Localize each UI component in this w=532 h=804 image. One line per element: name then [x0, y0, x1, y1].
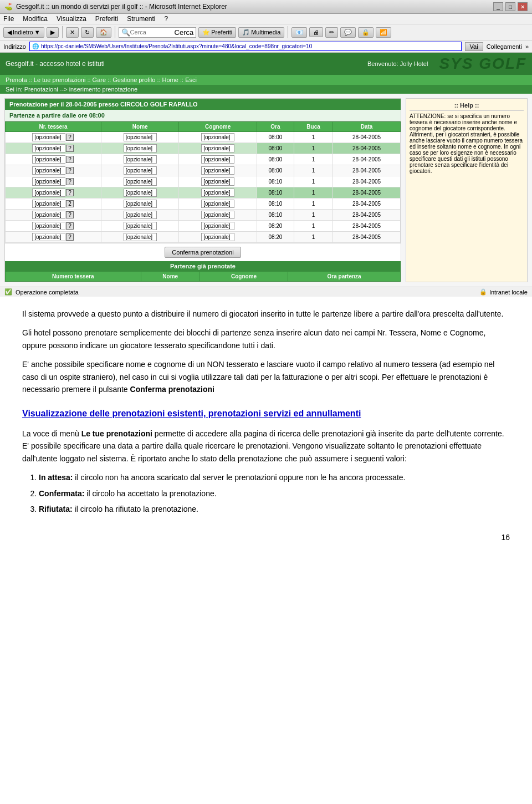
cognome-input[interactable]: [201, 233, 234, 241]
menu-visualizza[interactable]: Visualizza: [57, 15, 86, 23]
cognome-cell[interactable]: [179, 199, 257, 210]
search-box[interactable]: 🔍 Cerca: [119, 27, 197, 38]
menu-help[interactable]: ?: [165, 15, 168, 23]
menu-file[interactable]: File: [3, 15, 14, 23]
collegamenti-button[interactable]: Collegamenti: [487, 43, 522, 50]
tessera-input[interactable]: [32, 155, 65, 164]
cognome-cell[interactable]: [179, 221, 257, 232]
nav-esci[interactable]: Esci: [185, 77, 197, 83]
cognome-input[interactable]: [201, 222, 234, 230]
cognome-cell[interactable]: [179, 143, 257, 154]
tessera-input[interactable]: [32, 177, 65, 186]
cognome-input[interactable]: [201, 166, 234, 175]
home-button[interactable]: 🏠: [96, 27, 111, 38]
maximize-btn[interactable]: □: [505, 2, 515, 11]
tessera-cell[interactable]: 2: [6, 199, 101, 210]
tessera-qmark-btn[interactable]: 2: [66, 200, 74, 207]
address-input-container[interactable]: 🌐 https://pc-daniele/SM5Web/Users/Instit…: [29, 42, 462, 51]
ie-btn-1[interactable]: 📧: [291, 27, 307, 38]
close-btn[interactable]: ✕: [518, 2, 528, 11]
ie-btn-2[interactable]: 🖨: [309, 27, 323, 37]
tessera-cell[interactable]: ?: [6, 132, 101, 143]
nome-input[interactable]: [124, 155, 157, 164]
nome-input[interactable]: [124, 233, 157, 241]
search-input[interactable]: [130, 29, 175, 35]
nome-input[interactable]: [124, 200, 157, 208]
nome-cell[interactable]: [101, 221, 179, 232]
tessera-qmark-btn[interactable]: ?: [66, 156, 74, 163]
tessera-cell[interactable]: ?: [6, 210, 101, 221]
tessera-qmark-btn[interactable]: ?: [66, 189, 74, 196]
ie-btn-5[interactable]: 🔒: [358, 27, 374, 38]
tessera-cell[interactable]: ?: [6, 221, 101, 232]
cognome-cell[interactable]: [179, 187, 257, 199]
nome-cell[interactable]: [101, 232, 179, 243]
tessera-input[interactable]: [32, 222, 65, 230]
nome-cell[interactable]: [101, 132, 179, 143]
cognome-input[interactable]: [201, 133, 234, 141]
ie-btn-6[interactable]: 📶: [376, 27, 391, 38]
tessera-qmark-btn[interactable]: ?: [66, 222, 74, 230]
nome-input[interactable]: [124, 144, 157, 152]
tessera-input[interactable]: [32, 166, 65, 175]
nome-input[interactable]: [124, 222, 157, 230]
tessera-qmark-btn[interactable]: ?: [66, 211, 74, 218]
tessera-input[interactable]: [32, 189, 65, 197]
ie-btn-3[interactable]: ✏: [325, 27, 338, 38]
nome-input[interactable]: [124, 189, 157, 197]
back-button[interactable]: ◀ Indietro ▼: [3, 27, 44, 38]
tessera-cell[interactable]: ?: [6, 143, 101, 154]
nome-cell[interactable]: [101, 176, 179, 187]
tessera-qmark-btn[interactable]: ?: [66, 134, 74, 141]
multimedia-button[interactable]: 🎵 Multimedia: [238, 27, 284, 38]
nav-gare[interactable]: Gare: [93, 77, 106, 83]
cognome-input[interactable]: [201, 144, 234, 152]
tessera-input[interactable]: [32, 133, 65, 141]
cognome-cell[interactable]: [179, 132, 257, 143]
nav-prenotazioni[interactable]: Le tue prenotazioni: [34, 77, 86, 83]
menu-strumenti[interactable]: Strumenti: [127, 15, 155, 23]
nome-cell[interactable]: [101, 199, 179, 210]
cognome-input[interactable]: [201, 200, 234, 208]
tessera-cell[interactable]: ?: [6, 187, 101, 199]
tessera-qmark-btn[interactable]: ?: [66, 167, 74, 174]
cognome-cell[interactable]: [179, 154, 257, 165]
nome-cell[interactable]: [101, 165, 179, 176]
cognome-cell[interactable]: [179, 232, 257, 243]
refresh-button[interactable]: ↻: [81, 27, 94, 38]
nome-cell[interactable]: [101, 154, 179, 165]
tessera-input[interactable]: [32, 211, 65, 219]
go-button[interactable]: Vai: [465, 42, 483, 51]
confirm-button[interactable]: Conferma prenotazioni: [165, 247, 241, 258]
menu-preferiti[interactable]: Preferiti: [95, 15, 118, 23]
tessera-cell[interactable]: ?: [6, 154, 101, 165]
nome-cell[interactable]: [101, 143, 179, 154]
cognome-input[interactable]: [201, 177, 234, 186]
ie-btn-4[interactable]: 💬: [340, 27, 356, 38]
menu-modifica[interactable]: Modifica: [23, 15, 48, 23]
tessera-qmark-btn[interactable]: ?: [66, 178, 74, 185]
cognome-input[interactable]: [201, 155, 234, 164]
nav-home[interactable]: Home: [162, 77, 178, 83]
nome-input[interactable]: [124, 166, 157, 175]
tessera-cell[interactable]: ?: [6, 165, 101, 176]
cognome-input[interactable]: [201, 189, 234, 197]
tessera-input[interactable]: [32, 144, 65, 152]
cognome-cell[interactable]: [179, 210, 257, 221]
nome-cell[interactable]: [101, 210, 179, 221]
nome-input[interactable]: [124, 177, 157, 186]
tessera-input[interactable]: [32, 200, 65, 208]
nav-prenota[interactable]: Prenota: [6, 77, 27, 83]
minimize-btn[interactable]: _: [493, 2, 503, 11]
cognome-input[interactable]: [201, 211, 234, 219]
tessera-qmark-btn[interactable]: ?: [66, 145, 74, 152]
nav-gestione[interactable]: Gestione profilo: [112, 77, 155, 83]
cognome-cell[interactable]: [179, 176, 257, 187]
nome-input[interactable]: [124, 133, 157, 141]
tessera-input[interactable]: [32, 233, 65, 241]
tessera-cell[interactable]: ?: [6, 176, 101, 187]
nome-input[interactable]: [124, 211, 157, 219]
tessera-qmark-btn[interactable]: ?: [66, 233, 74, 241]
cognome-cell[interactable]: [179, 165, 257, 176]
stop-button[interactable]: ✕: [66, 27, 79, 38]
